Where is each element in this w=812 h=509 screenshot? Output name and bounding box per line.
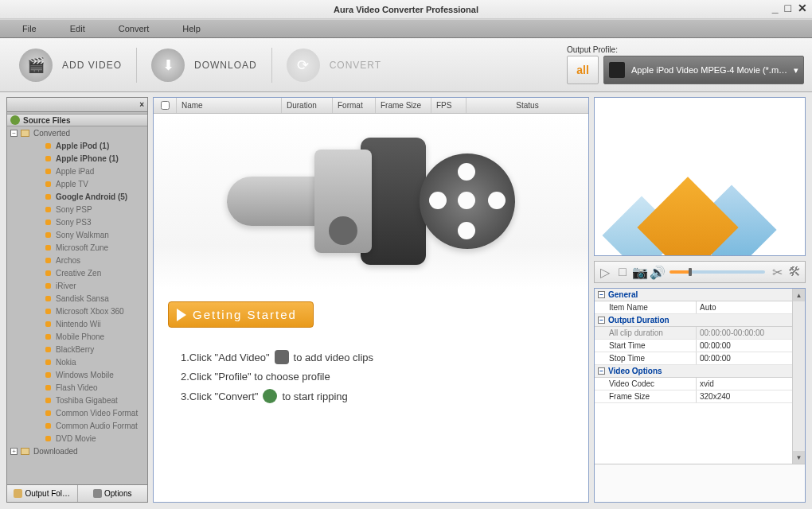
sidebar-item[interactable]: Nintendo Wii xyxy=(7,317,147,330)
sidebar-item[interactable]: BlackBerry xyxy=(7,343,147,356)
section-general[interactable]: −General xyxy=(595,289,792,301)
sidebar-item[interactable]: Microsoft Zune xyxy=(7,241,147,254)
sidebar-item[interactable]: Sandisk Sansa xyxy=(7,292,147,305)
section-output-duration[interactable]: −Output Duration xyxy=(595,314,792,327)
prop-video-codec[interactable]: Video Codecxvid xyxy=(595,378,792,390)
sidebar-item[interactable]: Google Android (5) xyxy=(7,190,147,203)
sidebar-item[interactable]: iRiver xyxy=(7,279,147,292)
menu-edit[interactable]: Edit xyxy=(70,24,85,33)
add-video-button[interactable]: 🎬 Add Video xyxy=(8,45,133,85)
bullet-icon xyxy=(45,385,51,390)
prop-stop-time[interactable]: Stop Time00:00:00 xyxy=(595,352,792,365)
sidebar-item[interactable]: Sony Walkman xyxy=(7,228,147,241)
section-video-options[interactable]: −Video Options xyxy=(595,365,792,378)
step-2: 2.Click "Profile" to choose profile xyxy=(181,371,588,383)
column-frame-size[interactable]: Frame Size xyxy=(375,98,431,113)
scroll-up-icon[interactable]: ▲ xyxy=(793,289,805,301)
expand-icon[interactable]: + xyxy=(10,448,18,455)
sidebar-item-label: Apple iPod (1) xyxy=(56,142,109,150)
prop-start-time[interactable]: Start Time00:00:00 xyxy=(595,340,792,352)
sidebar-item[interactable]: DVD Movie xyxy=(7,432,147,445)
bullet-icon xyxy=(45,321,51,327)
sidebar-item[interactable]: Sony PSP xyxy=(7,203,147,216)
menu-file[interactable]: File xyxy=(22,24,37,33)
maximize-button[interactable]: □ xyxy=(785,2,791,14)
bullet-icon xyxy=(45,245,51,251)
sidebar-item[interactable]: Apple iPhone (1) xyxy=(7,152,147,165)
sidebar-item[interactable]: Sony PS3 xyxy=(7,216,147,228)
options-button[interactable]: Options xyxy=(78,485,148,502)
tree-node-converted[interactable]: − Converted xyxy=(7,126,147,139)
sidebar-item-label: DVD Movie xyxy=(56,434,96,443)
collapse-icon[interactable]: − xyxy=(10,130,18,137)
sidebar-item[interactable]: Windows Mobile xyxy=(7,368,147,381)
output-profile-label: Output Profile: xyxy=(567,45,804,54)
sidebar-item[interactable]: Common Video Format xyxy=(7,406,147,419)
profile-select[interactable]: Apple iPod Video MPEG-4 Movie (*.m… ▾ xyxy=(603,56,804,84)
volume-button[interactable]: 🔊 xyxy=(652,266,663,278)
sidebar-item[interactable]: Microsoft Xbox 360 xyxy=(7,305,147,317)
trim-button[interactable]: ✂ xyxy=(771,266,783,278)
bullet-icon xyxy=(45,372,51,378)
tree-root-source-files[interactable]: Source Files xyxy=(7,114,147,126)
minimize-button[interactable]: _ xyxy=(772,2,779,14)
sidebar-item[interactable]: Flash Video xyxy=(7,381,147,394)
sidebar-item-label: Nintendo Wii xyxy=(56,320,101,328)
sidebar-tree[interactable]: Source Files − Converted Apple iPod (1)A… xyxy=(7,112,147,484)
file-list-header: Name Duration Format Frame Size FPS Stat… xyxy=(154,98,588,114)
play-button[interactable]: ▷ xyxy=(599,266,611,278)
properties-scrollbar[interactable]: ▲ ▼ xyxy=(792,289,805,464)
settings-button[interactable]: 🛠 xyxy=(789,266,800,278)
close-button[interactable]: ✕ xyxy=(798,2,807,14)
sidebar-item[interactable]: Creative Zen xyxy=(7,266,147,279)
properties-body[interactable]: −General Item NameAuto −Output Duration … xyxy=(595,289,805,464)
bullet-icon xyxy=(45,423,51,429)
bullet-icon xyxy=(45,410,51,416)
sidebar-item-label: BlackBerry xyxy=(56,345,94,354)
sidebar-item[interactable]: Apple iPod (1) xyxy=(7,139,147,152)
sidebar-item[interactable]: Apple iPad xyxy=(7,165,147,177)
volume-slider[interactable] xyxy=(670,270,765,274)
ipod-icon xyxy=(609,62,625,78)
sidebar-item-label: Microsoft Zune xyxy=(56,243,108,252)
column-name[interactable]: Name xyxy=(176,98,281,113)
sidebar-item-label: Google Android (5) xyxy=(56,192,127,201)
getting-started-button[interactable]: Getting Started xyxy=(168,301,314,328)
sidebar-item-label: Sony Walkman xyxy=(56,231,109,239)
sidebar-item[interactable]: Common Audio Format xyxy=(7,419,147,432)
output-folder-button[interactable]: Output Fol… xyxy=(7,485,78,502)
menu-convert[interactable]: Convert xyxy=(119,24,150,33)
stop-button[interactable]: □ xyxy=(617,266,628,278)
prop-item-name[interactable]: Item NameAuto xyxy=(595,301,792,314)
prop-frame-size[interactable]: Frame Size320x240 xyxy=(595,390,792,403)
menu-bar: File Edit Convert Help xyxy=(0,19,812,38)
sidebar-item-label: Microsoft Xbox 360 xyxy=(56,307,124,316)
sidebar-item[interactable]: Mobile Phone xyxy=(7,330,147,343)
sidebar-item[interactable]: Archos xyxy=(7,254,147,266)
column-fps[interactable]: FPS xyxy=(431,98,466,113)
window-controls: _ □ ✕ xyxy=(772,2,807,14)
sidebar-item[interactable]: Nokia xyxy=(7,356,147,368)
convert-button[interactable]: ⟳ Convert xyxy=(275,45,392,85)
snapshot-button[interactable]: 📷 xyxy=(634,266,646,278)
tree-node-downloaded[interactable]: + Downloaded xyxy=(7,445,147,457)
body: × Source Files − Converted Apple iPod (1… xyxy=(0,92,812,509)
menu-help[interactable]: Help xyxy=(182,24,201,33)
profile-all-button[interactable]: all xyxy=(567,56,599,84)
bullet-icon xyxy=(45,169,51,174)
sidebar-close-button[interactable]: × xyxy=(139,100,144,109)
sidebar-item[interactable]: Apple TV xyxy=(7,177,147,190)
convert-icon: ⟳ xyxy=(287,49,320,82)
download-label: Download xyxy=(194,60,257,71)
film-reel-icon: 🎬 xyxy=(19,49,53,82)
bullet-icon xyxy=(45,207,51,212)
scroll-down-icon[interactable]: ▼ xyxy=(793,451,805,464)
column-duration[interactable]: Duration xyxy=(281,98,332,113)
column-format[interactable]: Format xyxy=(332,98,375,113)
prop-all-clip-duration[interactable]: All clip duration00:00:00-00:00:00 xyxy=(595,327,792,340)
sidebar-item[interactable]: Toshiba Gigabeat xyxy=(7,394,147,406)
column-status[interactable]: Status xyxy=(466,98,588,113)
select-all-checkbox[interactable] xyxy=(161,101,170,110)
bullet-icon xyxy=(45,232,51,238)
download-button[interactable]: ⬇ Download xyxy=(140,45,268,85)
